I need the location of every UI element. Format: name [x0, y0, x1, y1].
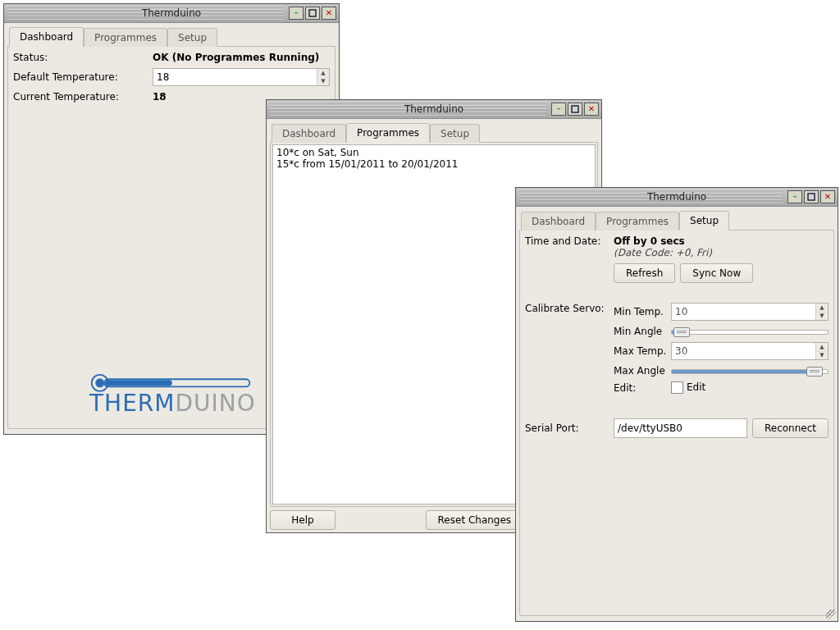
svg-rect-4: [105, 381, 172, 386]
max-angle-slider[interactable]: [671, 365, 829, 377]
spin-down-icon[interactable]: ▼: [317, 78, 329, 86]
logo-text-light: DUINO: [175, 390, 255, 417]
minimize-icon[interactable]: –: [551, 103, 566, 116]
svg-rect-5: [572, 106, 578, 112]
min-temp-label: Min Temp.: [614, 306, 671, 317]
edit-label: Edit:: [614, 382, 671, 394]
maximize-icon[interactable]: [568, 103, 582, 116]
status-value: OK (No Programmes Running): [153, 52, 319, 63]
svg-rect-6: [808, 194, 815, 200]
titlebar[interactable]: Thermduino – ✕: [267, 100, 601, 119]
serial-port-input[interactable]: [614, 418, 747, 438]
current-temp-label: Current Temperature:: [13, 91, 153, 103]
max-temp-spinner[interactable]: ▲▼: [671, 342, 829, 360]
spin-down-icon[interactable]: ▼: [816, 352, 828, 360]
max-temp-input[interactable]: [672, 343, 815, 359]
tab-programmes[interactable]: Programmes: [346, 123, 430, 143]
spin-up-icon[interactable]: ▲: [816, 343, 828, 352]
spin-up-icon[interactable]: ▲: [816, 304, 828, 313]
reconnect-button[interactable]: Reconnect: [752, 418, 829, 438]
edit-checkbox-label: Edit: [687, 381, 705, 393]
checkbox-icon[interactable]: [671, 381, 683, 394]
minimize-icon[interactable]: –: [788, 190, 802, 203]
tab-setup[interactable]: Setup: [679, 211, 729, 231]
titlebar-grip: [7, 6, 284, 21]
spin-down-icon[interactable]: ▼: [816, 313, 828, 321]
tab-setup[interactable]: Setup: [430, 124, 480, 143]
min-temp-spinner[interactable]: ▲▼: [671, 303, 829, 321]
tab-bar: Dashboard Programmes Setup: [270, 122, 598, 143]
titlebar[interactable]: Thermduino – ✕: [4, 4, 339, 23]
svg-rect-0: [309, 10, 316, 16]
refresh-button[interactable]: Refresh: [614, 263, 675, 283]
spin-up-icon[interactable]: ▲: [317, 69, 329, 78]
titlebar[interactable]: Thermduino – ✕: [516, 188, 838, 207]
tab-bar: Dashboard Programmes Setup: [519, 210, 834, 231]
help-button[interactable]: Help: [270, 510, 336, 530]
current-temp-value: 18: [153, 91, 167, 103]
default-temp-label: Default Temperature:: [13, 71, 153, 83]
tab-bar: Dashboard Programmes Setup: [7, 26, 336, 47]
default-temp-input[interactable]: [153, 69, 317, 85]
time-date-value: Off by 0 secs: [614, 235, 753, 247]
resize-grip-icon[interactable]: [826, 609, 836, 619]
close-icon[interactable]: ✕: [584, 103, 599, 116]
edit-checkbox[interactable]: Edit: [671, 381, 705, 394]
tab-programmes[interactable]: Programmes: [84, 28, 167, 47]
maximize-icon[interactable]: [305, 7, 320, 20]
tab-setup[interactable]: Setup: [167, 28, 217, 47]
max-angle-label: Max Angle: [614, 365, 671, 377]
default-temp-spinner[interactable]: ▲ ▼: [153, 68, 330, 86]
window-setup: Thermduino – ✕ Dashboard Programmes Setu…: [515, 187, 838, 622]
serial-port-label: Serial Port:: [525, 422, 614, 434]
tab-dashboard[interactable]: Dashboard: [272, 124, 346, 143]
svg-point-2: [95, 379, 104, 388]
tab-dashboard[interactable]: Dashboard: [521, 212, 596, 231]
close-icon[interactable]: ✕: [322, 7, 336, 20]
calibrate-label: Calibrate Servo:: [525, 303, 614, 314]
max-temp-label: Max Temp.: [614, 345, 671, 357]
maximize-icon[interactable]: [804, 190, 819, 203]
tab-dashboard[interactable]: Dashboard: [9, 27, 84, 47]
min-temp-input[interactable]: [672, 304, 815, 320]
titlebar-grip: [270, 102, 546, 116]
minimize-icon[interactable]: –: [289, 7, 304, 20]
status-label: Status:: [13, 52, 153, 63]
reset-changes-button[interactable]: Reset Changes: [426, 510, 524, 530]
close-icon[interactable]: ✕: [820, 190, 835, 203]
logo-text-bold: THERM: [89, 390, 175, 417]
tab-programmes[interactable]: Programmes: [596, 212, 679, 231]
sync-now-button[interactable]: Sync Now: [680, 263, 753, 283]
min-angle-label: Min Angle: [614, 326, 671, 337]
time-date-label: Time and Date:: [525, 235, 614, 247]
titlebar-grip: [519, 189, 783, 204]
time-date-sub: (Date Code: +0, Fri): [614, 247, 753, 258]
min-angle-slider[interactable]: [671, 326, 829, 337]
